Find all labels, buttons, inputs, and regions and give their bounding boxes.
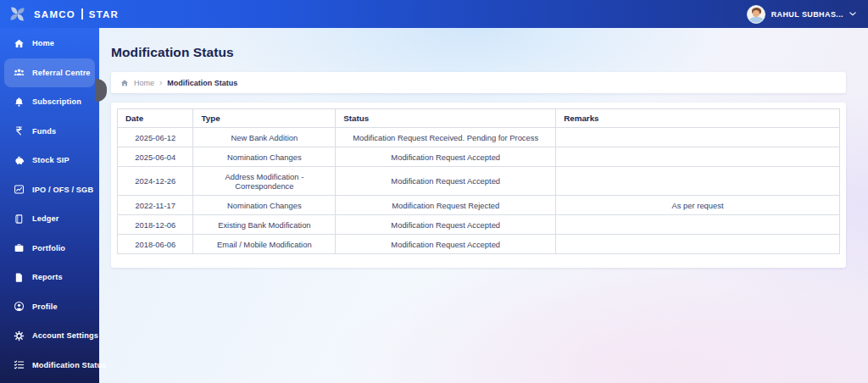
home-icon (120, 79, 129, 87)
table-cell: 2025-06-04 (118, 147, 193, 167)
page-title: Modification Status (111, 45, 868, 60)
sidebar-item-label: Referral Centre (32, 69, 91, 77)
breadcrumb-home-link[interactable]: Home (134, 79, 154, 87)
table-cell: Nomination Changes (193, 196, 336, 215)
document-icon (14, 272, 25, 283)
main-content: Modification Status Home › Modification … (99, 28, 868, 383)
table-cell: Modification Request Accepted (336, 147, 556, 167)
table-cell: Modification Request Accepted (336, 215, 556, 235)
table-cell: Address Modification - Correspondence (193, 167, 336, 196)
column-header-type: Type (193, 109, 336, 128)
sidebar-item-funds[interactable]: Funds (4, 117, 95, 147)
sidebar-item-ledger[interactable]: Ledger (4, 204, 95, 234)
top-header: SAMCO STAR RAHUL SUBHAS... (0, 0, 868, 28)
home-icon (14, 38, 25, 49)
sidebar-item-label: Stock SIP (32, 156, 70, 164)
sidebar-item-label: Modification Status (32, 361, 107, 369)
samco-pinwheel-icon (8, 4, 27, 24)
modification-status-table: Date Type Status Remarks 2025-06-12New B… (117, 108, 840, 254)
briefcase-icon (14, 242, 25, 253)
sidebar-item-label: Portfolio (32, 244, 65, 253)
sidebar-item-ipo-ofs-sgb[interactable]: IPO / OFS / SGB (4, 175, 95, 205)
table-card: Date Type Status Remarks 2025-06-12New B… (111, 103, 846, 268)
sidebar-item-account-settings[interactable]: Account Settings (4, 321, 95, 351)
sidebar-item-label: Funds (32, 127, 56, 136)
sidebar-nav: HomeReferral CentreSubscriptionFundsStoc… (0, 28, 99, 383)
breadcrumb: Home › Modification Status (111, 72, 846, 93)
breadcrumb-current: Modification Status (167, 79, 237, 87)
table-cell (556, 128, 840, 147)
table-cell: Modification Request Rejected (336, 196, 556, 215)
table-cell: Existing Bank Modification (193, 215, 336, 235)
sidebar-item-home[interactable]: Home (4, 29, 95, 58)
table-cell: 2024-12-26 (118, 167, 193, 196)
sidebar-item-stock-sip[interactable]: Stock SIP (4, 146, 95, 175)
table-cell: 2022-11-17 (118, 196, 193, 215)
table-row: 2024-12-26Address Modification - Corresp… (118, 167, 840, 196)
table-cell: Modification Request Received. Pending f… (336, 128, 556, 147)
book-icon (14, 214, 25, 225)
chevron-down-icon (849, 12, 856, 16)
sidebar-item-label: Profile (32, 303, 58, 311)
column-header-status: Status (336, 109, 556, 128)
column-header-date: Date (118, 109, 193, 128)
sidebar-item-label: Account Settings (32, 331, 98, 340)
table-cell (556, 147, 840, 167)
table-cell: New Bank Addition (193, 128, 336, 147)
sidebar-item-label: Reports (32, 273, 63, 281)
table-cell: 2025-06-12 (118, 128, 193, 147)
sidebar-item-reports[interactable]: Reports (4, 263, 95, 292)
table-cell: Modification Request Accepted (336, 235, 556, 254)
user-name: RAHUL SUBHAS... (771, 10, 843, 19)
table-cell: Nomination Changes (193, 147, 336, 167)
table-cell: Email / Mobile Modification (193, 235, 336, 254)
gear-icon (14, 330, 25, 341)
table-body: 2025-06-12New Bank AdditionModification … (118, 128, 840, 254)
checklist-icon (14, 359, 25, 370)
user-avatar (747, 5, 765, 24)
rupee-icon (14, 125, 25, 136)
sidebar-item-subscription[interactable]: Subscription (4, 87, 95, 117)
sidebar-item-portfolio[interactable]: Portfolio (4, 234, 95, 264)
sidebar-item-label: Home (32, 39, 54, 47)
bell-icon (14, 97, 25, 108)
table-cell: 2018-06-06 (118, 235, 193, 254)
sidebar-item-modification-status[interactable]: Modification Status (4, 351, 95, 380)
sidebar-item-profile[interactable]: Profile (4, 292, 95, 322)
table-header-row: Date Type Status Remarks (118, 109, 840, 128)
table-row: 2018-12-06Existing Bank ModificationModi… (118, 215, 840, 235)
table-cell: 2018-12-06 (118, 215, 193, 235)
sidebar-item-referral-centre[interactable]: Referral Centre (4, 58, 95, 88)
table-cell (556, 215, 840, 235)
sidebar-item-label: Ledger (32, 214, 59, 223)
profile-icon (14, 301, 25, 312)
table-cell: As per request (556, 196, 840, 215)
sidebar-item-label: IPO / OFS / SGB (32, 186, 93, 194)
table-row: 2022-11-17Nomination ChangesModification… (118, 196, 840, 215)
user-menu[interactable]: RAHUL SUBHAS... (747, 5, 856, 24)
column-header-remarks: Remarks (556, 109, 840, 128)
chart-icon (14, 184, 25, 195)
table-cell: Modification Request Accepted (336, 167, 556, 196)
breadcrumb-separator: › (159, 79, 162, 87)
brand-name-right: STAR (89, 9, 119, 19)
table-row: 2025-06-04Nomination ChangesModification… (118, 147, 840, 167)
brand-divider (81, 8, 83, 19)
referral-centre-icon (14, 67, 25, 78)
table-row: 2025-06-12New Bank AdditionModification … (118, 128, 840, 147)
sidebar-item-label: Subscription (32, 97, 81, 106)
piggy-bank-icon (14, 155, 25, 166)
brand-name-left: SAMCO (34, 9, 75, 19)
table-cell (556, 235, 840, 254)
brand-logo[interactable]: SAMCO STAR (8, 4, 119, 24)
table-row: 2018-06-06Email / Mobile ModificationMod… (118, 235, 840, 254)
table-cell (556, 167, 840, 196)
app-root: SAMCO STAR RAHUL SUBHAS... HomeReferral … (0, 0, 868, 383)
